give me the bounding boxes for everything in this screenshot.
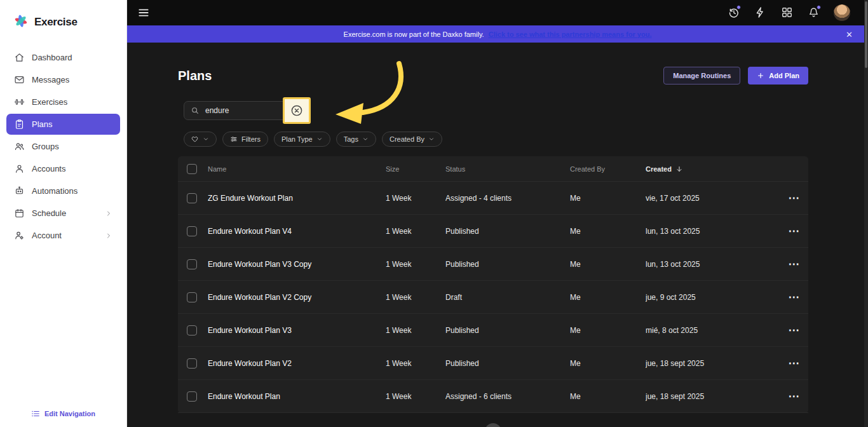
tags-label: Tags: [344, 135, 358, 143]
sidebar-item-label: Plans: [32, 119, 53, 129]
row-menu-button[interactable]: ⋯: [779, 226, 808, 236]
plan-size: 1 Week: [386, 293, 445, 302]
table-row[interactable]: Endure Workout Plan V4 1 Week Published …: [178, 215, 808, 248]
created-by-filter[interactable]: Created By: [382, 132, 442, 147]
sidebar-item-plans[interactable]: Plans: [6, 114, 120, 135]
history-icon[interactable]: [727, 6, 740, 19]
manage-routines-button[interactable]: Manage Routines: [663, 67, 740, 85]
table-row[interactable]: Endure Workout Plan V2 1 Week Published …: [178, 347, 808, 380]
row-menu-button[interactable]: ⋯: [779, 358, 808, 369]
table-row[interactable]: Endure Workout Plan V2 Copy 1 Week Draft…: [178, 281, 808, 314]
sidebar-item-dashboard[interactable]: Dashboard: [6, 47, 120, 68]
plus-icon: [757, 72, 764, 79]
row-checkbox[interactable]: [187, 358, 197, 369]
filters-label: Filters: [241, 135, 261, 143]
home-icon: [14, 52, 25, 63]
calendar-icon: [14, 208, 25, 219]
profile-avatar[interactable]: [834, 4, 850, 21]
brand-logo-icon: [13, 13, 29, 32]
banner-message: Exercise.com is now part of the Daxko fa…: [344, 30, 484, 38]
scrollbar-thumb[interactable]: [865, 1, 867, 68]
annotation-highlight-box: [283, 97, 311, 124]
sidebar-item-label: Schedule: [32, 208, 66, 218]
pagination: ‹ 1 › 20 1-7 of 7: [178, 419, 808, 427]
close-icon[interactable]: ✕: [846, 30, 853, 38]
plan-name: ZG Endure Workout Plan: [208, 194, 386, 203]
person-gear-icon: [14, 230, 25, 241]
apps-grid-icon[interactable]: [780, 6, 793, 19]
sidebar-nav: Dashboard Messages Exercises Plans Group…: [0, 47, 126, 246]
table-row[interactable]: Endure Workout Plan V3 1 Week Published …: [178, 314, 808, 347]
filter-bar: Filters Plan Type Tags Created By: [184, 132, 442, 147]
plan-size: 1 Week: [386, 227, 445, 236]
plan-size: 1 Week: [386, 359, 445, 368]
row-menu-button[interactable]: ⋯: [779, 193, 808, 203]
chevron-right-icon: [105, 232, 112, 240]
plan-size: 1 Week: [386, 392, 445, 401]
plan-status: Published: [445, 260, 570, 269]
clear-search-button[interactable]: [290, 104, 304, 118]
sidebar-item-groups[interactable]: Groups: [6, 136, 120, 157]
created-by-label: Created By: [390, 135, 424, 143]
table-row[interactable]: Endure Workout Plan 1 Week Assigned - 6 …: [178, 380, 808, 413]
row-menu-button[interactable]: ⋯: [779, 325, 808, 336]
column-header-size[interactable]: Size: [386, 165, 445, 173]
sidebar-item-schedule[interactable]: Schedule: [6, 203, 120, 224]
row-menu-button[interactable]: ⋯: [779, 259, 808, 269]
select-all-checkbox[interactable]: [187, 164, 197, 174]
sidebar-item-account[interactable]: Account: [6, 225, 120, 246]
plan-created-by: Me: [570, 392, 646, 401]
sidebar-item-label: Exercises: [32, 97, 67, 107]
menu-icon[interactable]: [137, 6, 150, 19]
page-scrollbar[interactable]: [864, 0, 868, 427]
row-checkbox[interactable]: [187, 259, 197, 269]
brand-name: Exercise: [34, 16, 78, 29]
plan-created-date: lun, 13 oct 2025: [646, 260, 779, 269]
row-checkbox[interactable]: [187, 292, 197, 302]
sidebar-item-exercises[interactable]: Exercises: [6, 92, 120, 112]
plan-created-by: Me: [570, 326, 646, 335]
chevron-down-icon: [203, 136, 209, 142]
filters-button[interactable]: Filters: [222, 132, 268, 147]
notification-dot: [817, 5, 821, 10]
page-button[interactable]: 1: [485, 423, 501, 427]
sidebar-item-automations[interactable]: Automations: [6, 180, 120, 201]
column-header-status[interactable]: Status: [445, 165, 570, 173]
row-menu-button[interactable]: ⋯: [779, 391, 808, 402]
people-icon: [14, 141, 25, 152]
row-menu-button[interactable]: ⋯: [779, 292, 808, 302]
table-row[interactable]: ZG Endure Workout Plan 1 Week Assigned -…: [178, 182, 808, 215]
plan-created-by: Me: [570, 260, 646, 269]
row-checkbox[interactable]: [187, 325, 197, 336]
plan-created-date: jue, 18 sept 2025: [646, 392, 779, 401]
plan-created-by: Me: [570, 194, 646, 203]
brand-logo[interactable]: Exercise: [0, 0, 126, 39]
row-checkbox[interactable]: [187, 391, 197, 402]
row-checkbox[interactable]: [187, 226, 197, 236]
column-header-created[interactable]: Created: [646, 165, 779, 173]
announcement-banner: Exercise.com is now part of the Daxko fa…: [127, 25, 868, 43]
tags-filter[interactable]: Tags: [336, 132, 376, 147]
sidebar: Exercise Dashboard Messages Exercises Pl…: [0, 0, 127, 427]
banner-link[interactable]: Click to see what this partnership means…: [489, 30, 652, 38]
sidebar-item-label: Messages: [32, 75, 69, 85]
edit-navigation-link[interactable]: Edit Navigation: [0, 409, 126, 418]
plan-size: 1 Week: [386, 194, 445, 203]
row-checkbox[interactable]: [187, 193, 197, 203]
sidebar-item-messages[interactable]: Messages: [6, 69, 120, 90]
page-title: Plans: [178, 69, 212, 83]
clipboard-icon: [14, 119, 25, 130]
lightning-icon[interactable]: [754, 6, 766, 19]
table-row[interactable]: Endure Workout Plan V3 Copy 1 Week Publi…: [178, 248, 808, 281]
plan-status: Published: [445, 326, 570, 335]
plan-created-date: jue, 9 oct 2025: [646, 293, 779, 302]
plan-size: 1 Week: [386, 326, 445, 335]
sidebar-item-accounts[interactable]: Accounts: [6, 158, 120, 179]
add-plan-button[interactable]: Add Plan: [748, 67, 808, 85]
favorites-filter[interactable]: [184, 132, 217, 147]
plan-type-filter[interactable]: Plan Type: [274, 132, 330, 147]
column-header-created-by[interactable]: Created By: [570, 165, 646, 173]
bell-icon[interactable]: [807, 6, 820, 19]
column-header-name[interactable]: Name: [208, 165, 386, 173]
person-icon: [14, 163, 25, 174]
